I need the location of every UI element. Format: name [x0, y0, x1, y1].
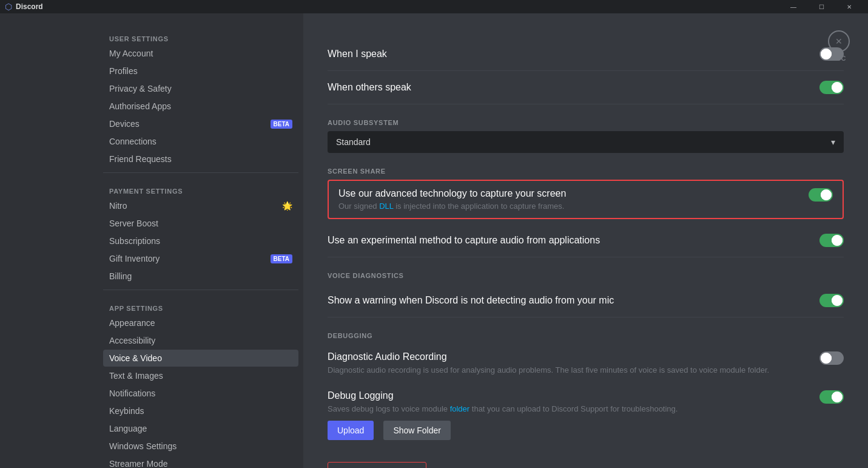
- discord-logo-icon: ⬡: [5, 2, 12, 12]
- toggle-check-icon-2: ✓: [824, 191, 829, 199]
- sidebar-item-friend-requests[interactable]: Friend Requests: [103, 151, 298, 168]
- devices-beta-badge: BETA: [271, 120, 292, 129]
- title-bar-controls: — ☐ ✕: [779, 0, 863, 13]
- audio-subsystem-dropdown[interactable]: Standard ▾: [328, 131, 844, 153]
- divider-2: [103, 290, 298, 290]
- upload-button[interactable]: Upload: [328, 421, 374, 440]
- when-i-speak-toggle[interactable]: ✕: [819, 47, 844, 61]
- sidebar-item-label: Authorised Apps: [109, 101, 171, 111]
- advanced-capture-content: Use our advanced technology to capture y…: [338, 188, 799, 211]
- sidebar-item-label: Billing: [109, 271, 132, 281]
- advanced-capture-dll-link[interactable]: DLL: [379, 202, 393, 211]
- sidebar-item-connections[interactable]: Connections: [103, 133, 298, 150]
- user-settings-section-label: USER SETTINGS: [103, 25, 298, 45]
- sidebar-item-accessibility[interactable]: Accessibility: [103, 332, 298, 349]
- experimental-audio-toggle[interactable]: ✓: [819, 234, 844, 247]
- sidebar: USER SETTINGS My Account Profiles Privac…: [0, 13, 303, 468]
- when-i-speak-label: When I speak: [328, 49, 387, 59]
- sidebar-item-nitro[interactable]: Nitro 🌟: [103, 197, 298, 214]
- advanced-capture-desc: Our signed DLL is injected into the appl…: [338, 202, 799, 211]
- sidebar-item-my-account[interactable]: My Account: [103, 45, 298, 62]
- sidebar-item-label: Server Boost: [109, 219, 158, 228]
- when-others-speak-toggle[interactable]: ✓: [819, 81, 844, 94]
- show-folder-button[interactable]: Show Folder: [383, 421, 451, 440]
- sidebar-item-label: Nitro: [109, 201, 127, 211]
- experimental-audio-toggle-circle: ✓: [832, 235, 843, 246]
- sidebar-inner: USER SETTINGS My Account Profiles Privac…: [0, 13, 303, 468]
- debug-logging-toggle[interactable]: ✓: [819, 390, 844, 404]
- when-others-speak-toggle-circle: ✓: [832, 82, 843, 93]
- sidebar-item-label: Keybinds: [109, 406, 144, 416]
- sidebar-item-label: Profiles: [109, 66, 138, 76]
- sidebar-item-profiles[interactable]: Profiles: [103, 63, 298, 80]
- debug-logging-desc: Saves debug logs to voice module folder …: [328, 404, 810, 415]
- sidebar-item-devices[interactable]: Devices BETA: [103, 115, 298, 132]
- voice-warning-toggle[interactable]: ✓: [819, 294, 844, 307]
- sidebar-item-authorised-apps[interactable]: Authorised Apps: [103, 98, 298, 115]
- nitro-icon: 🌟: [282, 201, 292, 211]
- sidebar-item-label: Language: [109, 424, 147, 433]
- sidebar-item-label: Friend Requests: [109, 154, 172, 164]
- diagnostic-recording-title: Diagnostic Audio Recording: [328, 351, 810, 362]
- sidebar-item-streamer-mode[interactable]: Streamer Mode: [103, 455, 298, 468]
- debug-logging-row: Debug Logging Saves debug logs to voice …: [328, 383, 844, 447]
- sidebar-item-label: My Account: [109, 49, 153, 58]
- close-button[interactable]: ✕: [835, 0, 863, 13]
- gift-inventory-beta-badge: BETA: [271, 254, 292, 263]
- title-bar: ⬡ Discord — ☐ ✕: [0, 0, 868, 13]
- toggle-check-icon-5: ✓: [835, 393, 840, 401]
- sidebar-item-keybinds[interactable]: Keybinds: [103, 402, 298, 419]
- diagnostic-recording-desc: Diagnostic audio recording is used for a…: [328, 365, 810, 376]
- experimental-audio-row: Use an experimental method to capture au…: [328, 224, 844, 257]
- sidebar-item-label: Notifications: [109, 388, 155, 398]
- sidebar-item-server-boost[interactable]: Server Boost: [103, 215, 298, 232]
- sidebar-item-label: Gift Inventory: [109, 254, 160, 263]
- sidebar-item-label: Windows Settings: [109, 441, 177, 451]
- voice-warning-row: Show a warning when Discord is not detec…: [328, 284, 844, 317]
- reset-section: Reset Voice Settings: [328, 462, 844, 468]
- when-i-speak-row: When I speak ✕: [328, 38, 844, 71]
- dropdown-chevron-icon: ▾: [831, 137, 835, 147]
- main-layout: USER SETTINGS My Account Profiles Privac…: [0, 13, 868, 468]
- when-others-speak-row: When others speak ✓: [328, 71, 844, 104]
- sidebar-item-label: Subscriptions: [109, 236, 160, 246]
- sidebar-item-language[interactable]: Language: [103, 420, 298, 437]
- sidebar-item-subscriptions[interactable]: Subscriptions: [103, 232, 298, 249]
- debug-logging-buttons: Upload Show Folder: [328, 421, 810, 440]
- content-area: ✕ ESC When I speak ✕ When others speak ✓…: [303, 13, 868, 468]
- title-bar-left: ⬡ Discord: [5, 2, 43, 12]
- sidebar-item-label: Privacy & Safety: [109, 84, 172, 93]
- advanced-capture-desc-pre: Our signed: [338, 202, 379, 211]
- sidebar-item-label: Accessibility: [109, 336, 155, 345]
- minimize-button[interactable]: —: [779, 0, 807, 13]
- diagnostic-recording-toggle-circle: ✕: [821, 353, 832, 364]
- debug-logging-desc-pre: Saves debug logs to voice module: [328, 404, 450, 413]
- debug-logging-toggle-circle: ✓: [832, 392, 843, 402]
- advanced-capture-toggle[interactable]: ✓: [809, 188, 833, 202]
- sidebar-item-text-images[interactable]: Text & Images: [103, 367, 298, 384]
- toggle-x-icon: ✕: [824, 50, 829, 58]
- reset-voice-settings-button[interactable]: Reset Voice Settings: [328, 462, 426, 468]
- debug-logging-folder-link[interactable]: folder: [450, 404, 470, 413]
- audio-subsystem-section-header: AUDIO SUBSYSTEM: [328, 119, 844, 126]
- voice-warning-label: Show a warning when Discord is not detec…: [328, 295, 614, 306]
- sidebar-item-gift-inventory[interactable]: Gift Inventory BETA: [103, 250, 298, 267]
- maximize-button[interactable]: ☐: [807, 0, 835, 13]
- diagnostic-recording-toggle[interactable]: ✕: [819, 351, 844, 365]
- audio-subsystem-value: Standard: [336, 137, 371, 147]
- advanced-capture-row: Use our advanced technology to capture y…: [328, 180, 844, 219]
- sidebar-item-label: Connections: [109, 137, 156, 146]
- sidebar-item-notifications[interactable]: Notifications: [103, 385, 298, 402]
- toggle-check-icon: ✓: [835, 84, 840, 92]
- sidebar-item-windows-settings[interactable]: Windows Settings: [103, 438, 298, 455]
- sidebar-item-label: Devices: [109, 119, 140, 129]
- sidebar-item-privacy-safety[interactable]: Privacy & Safety: [103, 80, 298, 97]
- sidebar-item-billing[interactable]: Billing: [103, 268, 298, 285]
- sidebar-item-label: Voice & Video: [109, 353, 162, 363]
- app-settings-section-label: APP SETTINGS: [103, 295, 298, 314]
- voice-warning-toggle-circle: ✓: [832, 295, 843, 306]
- sidebar-item-appearance[interactable]: Appearance: [103, 314, 298, 331]
- sidebar-item-voice-video[interactable]: Voice & Video: [103, 350, 298, 367]
- title-bar-title: Discord: [16, 2, 43, 11]
- sidebar-item-label: Text & Images: [109, 371, 163, 381]
